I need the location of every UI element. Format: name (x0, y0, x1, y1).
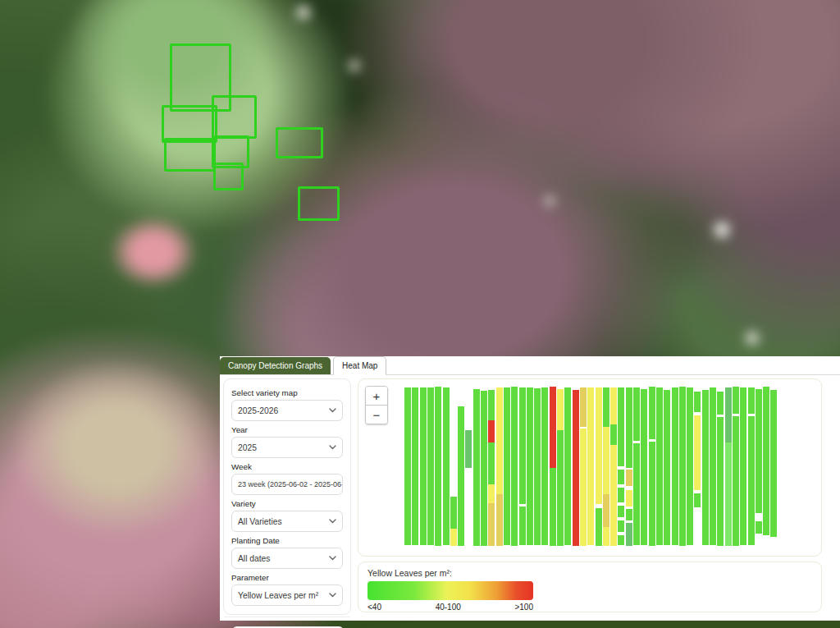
heatmap-bar[interactable] (717, 392, 724, 546)
heatmap-bar[interactable] (603, 387, 609, 546)
planting-date-label: Planting Date (231, 536, 343, 545)
heatmap-bars[interactable] (404, 387, 780, 546)
heatmap-bar[interactable] (564, 387, 571, 545)
heatmap-bar[interactable] (481, 391, 487, 546)
heatmap-bar[interactable] (511, 387, 518, 546)
heatmap-bar[interactable] (656, 387, 663, 545)
heatmap-bar[interactable] (618, 387, 624, 545)
heatmap-bar[interactable] (687, 387, 693, 545)
legend-low-label: <40 (368, 603, 381, 612)
heatmap-bar[interactable] (427, 387, 434, 545)
heatmap-bar[interactable] (610, 387, 617, 546)
heatmap-bar[interactable] (450, 497, 457, 546)
heatmap-bar[interactable] (550, 387, 556, 546)
heatmap-bar[interactable] (458, 406, 464, 546)
heatmap-bar[interactable] (557, 389, 564, 546)
tab-content: Select variety map 2025-2026 Year 2025 W… (220, 375, 840, 621)
heatmap-bar[interactable] (504, 387, 510, 545)
heatmap-bar[interactable] (412, 387, 418, 545)
heatmap-bar[interactable] (527, 387, 533, 545)
chevron-down-icon (329, 593, 336, 598)
filter-divider (224, 617, 350, 617)
heatmap-bar[interactable] (672, 387, 678, 545)
variety-map-select[interactable]: 2025-2026 (231, 400, 343, 421)
detection-box (164, 138, 216, 172)
detection-box (298, 186, 340, 221)
chevron-down-icon (329, 519, 336, 524)
legend-high-label: >100 (514, 603, 533, 612)
heatmap-bar[interactable] (641, 389, 647, 545)
heatmap-bar[interactable] (756, 389, 762, 534)
heatmap-bar[interactable] (740, 387, 746, 545)
parameter-value: Yellow Leaves per m² (238, 591, 318, 600)
heatmap-bar[interactable] (770, 390, 777, 537)
heatmap-bar[interactable] (587, 387, 594, 545)
tab-bar: Canopy Detection Graphs Heat Map (220, 356, 840, 375)
heatmap-bar[interactable] (679, 387, 686, 546)
heatmap-bar[interactable] (443, 387, 450, 545)
heatmap-bar[interactable] (420, 387, 427, 545)
week-select[interactable]: 23 week (2025-06-02 - 2025-06-08) (231, 474, 343, 495)
parameter-label: Parameter (231, 573, 343, 582)
legend-title: Yellow Leaves per m²: (368, 568, 812, 578)
filter-sidebar: Select variety map 2025-2026 Year 2025 W… (223, 378, 351, 615)
heatmap-bar[interactable] (488, 390, 495, 546)
week-value: 23 week (2025-06-02 - 2025-06-08) (238, 480, 343, 488)
planting-date-value: All dates (238, 554, 271, 563)
heatmap-bar[interactable] (404, 387, 411, 545)
heatmap-bar[interactable] (596, 387, 602, 546)
heatmap-bar[interactable] (519, 387, 526, 545)
heatmap-bar[interactable] (435, 387, 441, 546)
variety-map-value: 2025-2026 (238, 406, 278, 415)
parameter-select[interactable]: Yellow Leaves per m² (231, 584, 343, 606)
tab-canopy-detection-graphs[interactable]: Canopy Detection Graphs (220, 357, 331, 374)
variety-map-label: Select variety map (231, 388, 343, 397)
heatmap-bar[interactable] (702, 390, 709, 545)
week-label: Week (231, 462, 343, 471)
heatmap-bar[interactable] (649, 387, 655, 546)
heatmap-bar[interactable] (473, 389, 480, 546)
zoom-in-button[interactable]: + (366, 387, 387, 406)
heatmap-bar[interactable] (633, 387, 640, 545)
map-zoom-control: + − (365, 386, 388, 424)
heatmap-bar[interactable] (580, 387, 587, 546)
detection-box (213, 163, 244, 190)
year-value: 2025 (238, 443, 257, 452)
heatmap-bar[interactable] (733, 387, 739, 546)
heatmap-bar[interactable] (626, 387, 632, 546)
detection-box (276, 127, 323, 158)
chevron-down-icon (329, 445, 336, 450)
heatmap-bar[interactable] (496, 387, 503, 546)
heatmap-bar[interactable] (534, 388, 541, 545)
zoom-out-button[interactable]: − (366, 406, 387, 424)
heatmap-bar[interactable] (573, 390, 579, 546)
year-select[interactable]: 2025 (231, 437, 343, 458)
heatmap-card: + − (358, 378, 822, 557)
variety-value: All Varieties (238, 517, 282, 526)
detection-box (212, 95, 257, 139)
planting-date-select[interactable]: All dates (231, 548, 343, 569)
legend-labels: <40 40-100 >100 (368, 603, 533, 612)
chevron-down-icon (329, 556, 336, 561)
chevron-down-icon (329, 408, 336, 413)
heatmap-bar[interactable] (694, 392, 701, 507)
legend-mid-label: 40-100 (436, 603, 461, 612)
heatmap-bar[interactable] (748, 387, 755, 545)
year-label: Year (231, 425, 343, 434)
variety-label: Variety (231, 499, 343, 508)
heatmap-bar[interactable] (763, 387, 769, 535)
variety-select[interactable]: All Varieties (231, 511, 343, 532)
analytics-panel: Canopy Detection Graphs Heat Map Select … (220, 356, 840, 620)
heatmap-bar[interactable] (465, 430, 472, 468)
heatmap-bar[interactable] (725, 387, 732, 546)
legend-card: Yellow Leaves per m²: <40 40-100 >100 (358, 562, 822, 612)
tab-heat-map[interactable]: Heat Map (333, 356, 386, 375)
heatmap-bar[interactable] (710, 387, 716, 545)
heatmap-bar[interactable] (541, 387, 548, 545)
legend-gradient-bar (368, 581, 533, 600)
heatmap-bar[interactable] (664, 390, 670, 545)
